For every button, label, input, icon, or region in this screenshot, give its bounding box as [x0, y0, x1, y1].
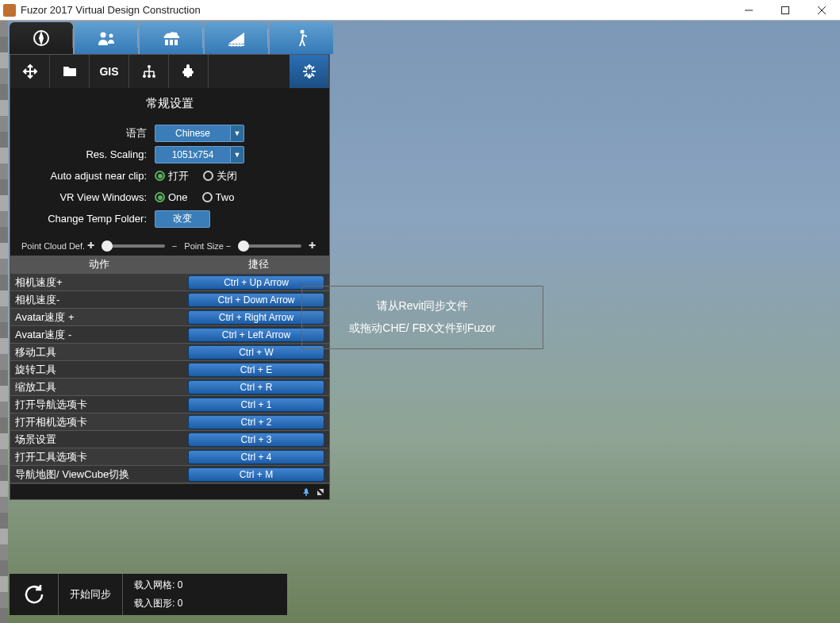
shortcut-action: 场景设置 [10, 433, 188, 447]
vr-view-two-radio[interactable] [202, 192, 213, 202]
background-sliver [0, 21, 8, 623]
vr-view-one-label: One [168, 191, 188, 203]
shortcut-row[interactable]: 导航地图/ ViewCube切换Ctrl + M [10, 465, 329, 483]
svg-point-22 [148, 75, 151, 78]
shortcut-row[interactable]: 相机速度+Ctrl + Up Arrow [10, 273, 329, 290]
shortcut-row[interactable]: 缩放工具Ctrl + R [10, 378, 329, 395]
maximize-button[interactable] [767, 0, 804, 21]
drop-message-line1: 请从Revit同步文件 [377, 299, 469, 313]
svg-rect-1 [782, 6, 789, 13]
point-cloud-slider[interactable] [102, 244, 165, 248]
shortcut-key-button[interactable]: Ctrl + 1 [188, 398, 324, 412]
shortcut-key-button[interactable]: Ctrl + M [188, 467, 324, 482]
svg-rect-10 [175, 40, 178, 45]
shortcut-row[interactable]: Avatar速度 -Ctrl + Left Arrow [10, 325, 329, 343]
shortcut-action: Avatar速度 + [10, 310, 188, 325]
panel-title: 常规设置 [21, 96, 318, 111]
shortcut-key-button[interactable]: Ctrl + 4 [188, 450, 324, 464]
ribbon-toolbar: GIS [10, 55, 329, 88]
hierarchy-button[interactable] [129, 55, 169, 88]
language-select[interactable]: Chinese [155, 125, 231, 142]
res-scaling-dropdown-arrow[interactable]: ▼ [230, 146, 244, 163]
minus-icon[interactable]: − [172, 241, 177, 251]
app-icon [3, 4, 16, 17]
shortcuts-header: 动作 捷径 [10, 256, 329, 273]
close-button[interactable] [804, 0, 840, 21]
shortcut-action: Avatar速度 - [10, 328, 188, 342]
shortcut-action: 打开工具选项卡 [10, 450, 188, 464]
svg-rect-8 [165, 40, 168, 45]
action-column-header: 动作 [10, 257, 188, 271]
pin-icon[interactable] [301, 486, 312, 498]
auto-adjust-on-radio[interactable] [155, 171, 165, 181]
move-tool-button[interactable] [10, 55, 50, 88]
sync-shape-count: 载入图形: 0 [134, 597, 182, 610]
drop-message: 请从Revit同步文件 或拖动CHE/ FBX文件到Fuzor [301, 286, 543, 349]
shortcut-key-button[interactable]: Ctrl + 3 [188, 433, 324, 447]
tab-navigation[interactable] [10, 22, 73, 54]
tab-measure[interactable] [205, 22, 268, 54]
plus-icon[interactable]: ✚ [309, 240, 316, 251]
svg-point-17 [301, 30, 305, 34]
point-size-label: Point Size [184, 241, 224, 251]
gis-button[interactable]: GIS [90, 55, 129, 88]
svg-point-21 [143, 75, 146, 78]
shortcut-action: 导航地图/ ViewCube切换 [10, 467, 188, 482]
minimize-button[interactable] [731, 0, 767, 21]
sync-icon[interactable] [10, 574, 59, 615]
tab-collaboration[interactable] [75, 22, 138, 54]
point-size-slider[interactable] [238, 244, 301, 248]
auto-adjust-off-radio[interactable] [203, 171, 213, 181]
shortcut-action: 旋转工具 [10, 363, 188, 377]
point-cloud-def-label: Point Cloud Def. [21, 241, 85, 251]
change-temp-button[interactable]: 改变 [155, 210, 210, 228]
shortcut-row[interactable]: 打开工具选项卡Ctrl + 4 [10, 448, 329, 465]
shortcut-row[interactable]: 旋转工具Ctrl + E [10, 360, 329, 378]
language-dropdown-arrow[interactable]: ▼ [230, 125, 244, 142]
shortcuts-list[interactable]: 相机速度+Ctrl + Up Arrow相机速度-Ctrl + Down Arr… [10, 273, 329, 483]
shortcut-action: 缩放工具 [10, 380, 188, 394]
shortcut-key-button[interactable]: Ctrl + E [188, 363, 324, 377]
tab-walk[interactable] [270, 22, 333, 54]
vr-view-label: VR View Windows: [21, 191, 155, 203]
shortcut-key-button[interactable]: Ctrl + R [188, 380, 324, 394]
drop-message-line2: 或拖动CHE/ FBX文件到Fuzor [349, 321, 495, 336]
open-folder-button[interactable] [50, 55, 90, 88]
language-label: 语言 [21, 126, 155, 140]
shortcut-key-button[interactable]: Ctrl + 2 [188, 415, 324, 429]
svg-point-6 [101, 33, 106, 38]
res-scaling-select[interactable]: 1051x754 [155, 146, 231, 163]
svg-point-23 [152, 75, 155, 78]
shortcut-row[interactable]: 打开相机选项卡Ctrl + 2 [10, 413, 329, 430]
minus-icon[interactable]: − [226, 241, 231, 251]
title-bar: Fuzor 2017 Virtual Design Construction [0, 0, 840, 21]
plugins-button[interactable] [169, 55, 209, 88]
shortcut-action: 相机速度+ [10, 275, 188, 290]
tab-render[interactable] [140, 22, 203, 54]
shortcut-action: 打开相机选项卡 [10, 415, 188, 429]
svg-point-20 [148, 65, 151, 68]
settings-panel: GIS 常规设置 语言 Chinese ▼ Res. Scaling: 1051… [10, 54, 330, 500]
res-scaling-label: Res. Scaling: [21, 148, 155, 160]
shortcut-action: 打开导航选项卡 [10, 398, 188, 412]
panel-footer [10, 483, 329, 499]
gis-label: GIS [99, 65, 118, 78]
collapse-icon[interactable] [315, 486, 326, 498]
vr-view-one-radio[interactable] [155, 192, 165, 202]
shortcut-row[interactable]: 移动工具Ctrl + W [10, 343, 329, 360]
svg-rect-9 [170, 40, 173, 45]
shortcut-row[interactable]: Avatar速度 +Ctrl + Right Arrow [10, 308, 329, 325]
shortcut-row[interactable]: 场景设置Ctrl + 3 [10, 430, 329, 448]
sync-start-label[interactable]: 开始同步 [59, 574, 123, 615]
shortcut-row[interactable]: 打开导航选项卡Ctrl + 1 [10, 395, 329, 413]
sync-bar: 开始同步 载入网格: 0 载入图形: 0 [10, 574, 287, 615]
change-temp-label: Change Temp Folder: [21, 213, 155, 225]
auto-adjust-off-label: 关闭 [217, 169, 237, 183]
shortcut-row[interactable]: 相机速度-Ctrl + Down Arrow [10, 290, 329, 308]
svg-marker-11 [228, 33, 244, 44]
svg-point-7 [109, 34, 113, 38]
settings-button[interactable] [290, 55, 329, 88]
auto-adjust-label: Auto adjust near clip: [21, 170, 155, 182]
shortcut-action: 相机速度- [10, 293, 188, 307]
plus-icon[interactable]: ✚ [87, 240, 94, 251]
